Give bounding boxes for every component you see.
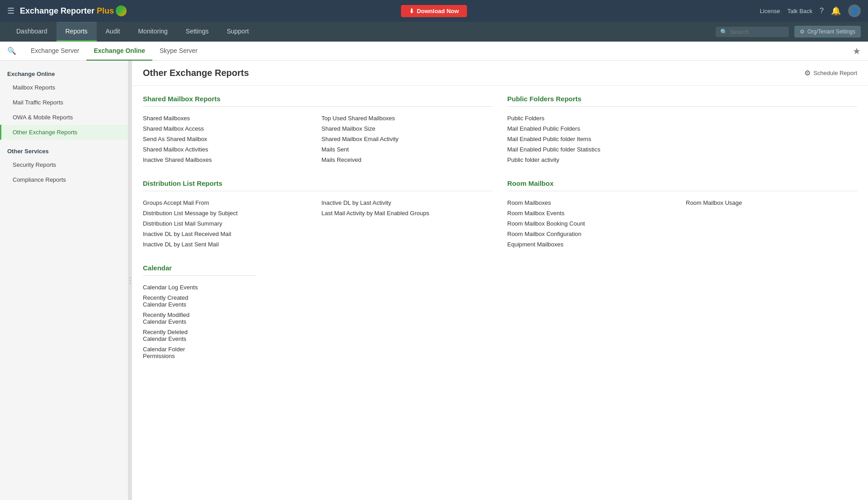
public-folders-section: Public Folders Reports Public Folders Ma… <box>507 95 857 165</box>
search-icon: 🔍 <box>720 28 727 35</box>
report-link-mails-sent[interactable]: Mails Sent <box>321 144 493 155</box>
sidebar-other-services-title: Other Services <box>0 143 128 157</box>
report-link-mail-enabled-public-folder-statistics[interactable]: Mail Enabled Public folder Statistics <box>507 144 679 155</box>
app-name: Exchange Reporter Plus <box>20 6 114 16</box>
calendar-col1: Calendar Log Events Recently Created Cal… <box>143 282 212 361</box>
report-link-inactive-shared-mailboxes[interactable]: Inactive Shared Mailboxes <box>143 155 314 165</box>
header-right: License Talk Back ? 🔔 👤 <box>760 5 861 17</box>
content: Other Exchange Reports ⚙ Schedule Report… <box>132 61 868 500</box>
report-link-groups-accept-mail-from[interactable]: Groups Accept Mail From <box>143 198 314 208</box>
report-link-room-mailbox-configuration[interactable]: Room Mailbox Configuration <box>507 229 679 239</box>
search-box[interactable]: 🔍 <box>716 27 789 37</box>
report-link-last-mail-activity-mail-enabled-groups[interactable]: Last Mail Activity by Mail Enabled Group… <box>321 208 493 218</box>
distribution-list-col2: Inactive DL by Last Activity Last Mail A… <box>321 198 493 250</box>
report-link-shared-mailbox-size[interactable]: Shared Mailbox Size <box>321 123 493 134</box>
room-mailbox-columns: Room Mailboxes Room Mailbox Events Room … <box>507 198 857 250</box>
report-link-room-mailboxes[interactable]: Room Mailboxes <box>507 198 679 208</box>
report-link-top-used-shared-mailboxes[interactable]: Top Used Shared Mailboxes <box>321 113 493 123</box>
calendar-title: Calendar <box>143 264 256 276</box>
sub-nav-search-icon[interactable]: 🔍 <box>7 47 16 55</box>
sidebar-item-mail-traffic-reports[interactable]: Mail Traffic Reports <box>0 95 128 110</box>
shared-mailbox-columns: Shared Mailboxes Shared Mailbox Access S… <box>143 113 493 165</box>
tab-reports[interactable]: Reports <box>57 22 97 42</box>
shared-mailbox-col2: Top Used Shared Mailboxes Shared Mailbox… <box>321 113 493 165</box>
sidebar: Exchange Online Mailbox Reports Mail Tra… <box>0 61 128 500</box>
tab-monitoring[interactable]: Monitoring <box>129 22 176 42</box>
tab-dashboard[interactable]: Dashboard <box>7 22 57 42</box>
tab-settings[interactable]: Settings <box>177 22 218 42</box>
logo-circle-icon <box>116 5 127 16</box>
report-link-recently-created-calendar-events[interactable]: Recently Created Calendar Events <box>143 292 212 310</box>
report-link-mail-enabled-public-folder-items[interactable]: Mail Enabled Public folder Items <box>507 134 679 144</box>
report-link-inactive-dl-last-received[interactable]: Inactive DL by Last Received Mail <box>143 229 314 239</box>
sub-nav: 🔍 Exchange Server Exchange Online Skype … <box>0 42 868 61</box>
schedule-report-button[interactable]: ⚙ Schedule Report <box>804 69 857 77</box>
avatar[interactable]: 👤 <box>848 5 861 17</box>
report-link-room-mailbox-events[interactable]: Room Mailbox Events <box>507 208 679 218</box>
report-link-room-mailbox-booking-count[interactable]: Room Mailbox Booking Count <box>507 218 679 229</box>
page-title: Other Exchange Reports <box>143 68 249 78</box>
calendar-section: Calendar Calendar Log Events Recently Cr… <box>143 264 857 361</box>
shared-mailbox-title: Shared Mailbox Reports <box>143 95 493 107</box>
report-link-public-folder-activity[interactable]: Public folder activity <box>507 155 679 165</box>
report-link-calendar-log-events[interactable]: Calendar Log Events <box>143 282 212 292</box>
sidebar-exchange-online-title: Exchange Online <box>0 66 128 80</box>
content-body: Shared Mailbox Reports Shared Mailboxes … <box>132 86 868 385</box>
report-link-recently-deleted-calendar-events[interactable]: Recently Deleted Calendar Events <box>143 327 212 344</box>
sidebar-item-security-reports[interactable]: Security Reports <box>0 157 128 172</box>
report-link-mails-received[interactable]: Mails Received <box>321 155 493 165</box>
distribution-list-title: Distribution List Reports <box>143 179 493 191</box>
reports-grid-row2: Distribution List Reports Groups Accept … <box>143 179 857 250</box>
tab-audit[interactable]: Audit <box>97 22 129 42</box>
favorite-icon[interactable]: ★ <box>853 46 861 56</box>
talk-back-link[interactable]: Talk Back <box>787 8 812 14</box>
calendar-columns: Calendar Log Events Recently Created Cal… <box>143 282 288 361</box>
report-link-dl-message-by-subject[interactable]: Distribution List Message by Subject <box>143 208 314 218</box>
report-link-shared-mailbox-access[interactable]: Shared Mailbox Access <box>143 123 314 134</box>
report-link-mail-enabled-public-folders[interactable]: Mail Enabled Public Folders <box>507 123 679 134</box>
nav-right: 🔍 ⚙ Org/Tenant Settings <box>716 26 861 38</box>
sub-nav-right: ★ <box>853 46 861 57</box>
help-icon[interactable]: ? <box>820 7 824 15</box>
report-link-send-as-shared-mailbox[interactable]: Send As Shared Mailbox <box>143 134 314 144</box>
report-link-inactive-dl-last-activity[interactable]: Inactive DL by Last Activity <box>321 198 493 208</box>
bell-icon[interactable]: 🔔 <box>831 6 841 16</box>
public-folders-col1: Public Folders Mail Enabled Public Folde… <box>507 113 679 165</box>
hamburger-icon[interactable]: ☰ <box>7 6 14 16</box>
download-icon: ⬇ <box>409 8 414 14</box>
sub-nav-exchange-online[interactable]: Exchange Online <box>86 42 152 61</box>
sub-nav-exchange-server[interactable]: Exchange Server <box>24 42 86 61</box>
org-settings-button[interactable]: ⚙ Org/Tenant Settings <box>794 26 861 38</box>
main-layout: Exchange Online Mailbox Reports Mail Tra… <box>0 61 868 500</box>
report-link-inactive-dl-last-sent[interactable]: Inactive DL by Last Sent Mail <box>143 239 314 250</box>
distribution-list-col1: Groups Accept Mail From Distribution Lis… <box>143 198 314 250</box>
room-mailbox-col1: Room Mailboxes Room Mailbox Events Room … <box>507 198 679 250</box>
sidebar-item-mailbox-reports[interactable]: Mailbox Reports <box>0 80 128 95</box>
sidebar-item-owa-mobile-reports[interactable]: OWA & Mobile Reports <box>0 110 128 125</box>
sidebar-resize-handle[interactable] <box>128 61 132 500</box>
report-link-shared-mailboxes[interactable]: Shared Mailboxes <box>143 113 314 123</box>
report-link-calendar-folder-permissions[interactable]: Calendar Folder Permissions <box>143 344 212 361</box>
sidebar-item-other-exchange-reports[interactable]: Other Exchange Reports <box>0 125 128 140</box>
report-link-recently-modified-calendar-events[interactable]: Recently Modified Calendar Events <box>143 310 212 327</box>
sidebar-item-compliance-reports[interactable]: Compliance Reports <box>0 172 128 187</box>
report-link-shared-mailbox-email-activity[interactable]: Shared Mailbox Email Activity <box>321 134 493 144</box>
sub-nav-skype-server[interactable]: Skype Server <box>152 42 205 61</box>
report-link-dl-mail-summary[interactable]: Distribution List Mail Summary <box>143 218 314 229</box>
report-link-shared-mailbox-activities[interactable]: Shared Mailbox Activities <box>143 144 314 155</box>
download-button[interactable]: ⬇ Download Now <box>401 5 467 17</box>
tab-support[interactable]: Support <box>217 22 258 42</box>
license-link[interactable]: License <box>760 8 780 14</box>
distribution-list-section: Distribution List Reports Groups Accept … <box>143 179 493 250</box>
distribution-list-columns: Groups Accept Mail From Distribution Lis… <box>143 198 493 250</box>
report-link-room-mailbox-usage[interactable]: Room Mailbox Usage <box>686 198 857 208</box>
report-link-equipment-mailboxes[interactable]: Equipment Mailboxes <box>507 239 679 250</box>
logo: Exchange Reporter Plus <box>20 5 127 16</box>
schedule-icon: ⚙ <box>804 69 811 77</box>
public-folders-columns: Public Folders Mail Enabled Public Folde… <box>507 113 857 165</box>
search-input[interactable] <box>730 28 784 35</box>
report-link-public-folders[interactable]: Public Folders <box>507 113 679 123</box>
calendar-col2 <box>219 282 288 361</box>
content-header: Other Exchange Reports ⚙ Schedule Report <box>132 61 868 86</box>
top-header: ☰ Exchange Reporter Plus ⬇ Download Now … <box>0 0 868 22</box>
